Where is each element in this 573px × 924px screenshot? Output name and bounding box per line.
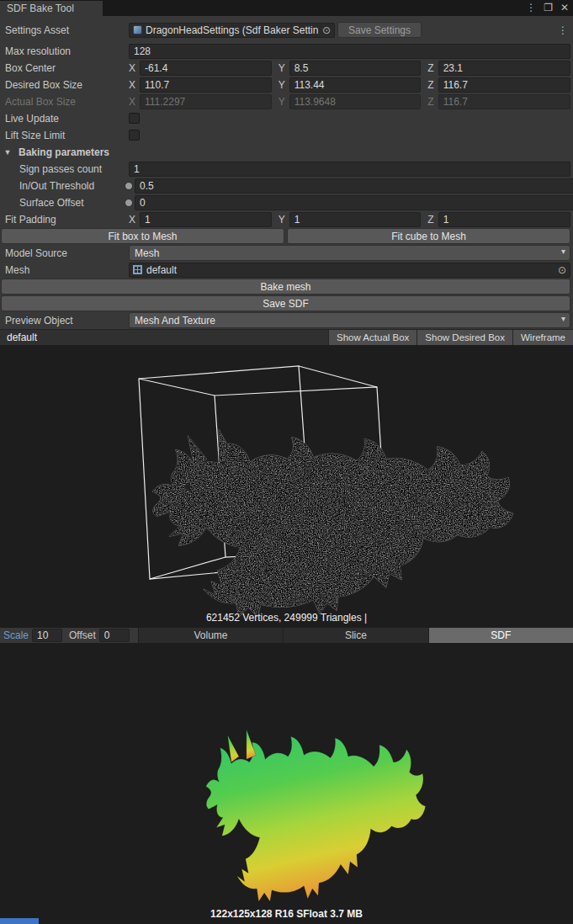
z-axis-label: Z <box>427 96 433 108</box>
y-axis-label: Y <box>279 62 285 74</box>
slider-thumb[interactable] <box>125 182 133 190</box>
wireframe-button[interactable]: Wireframe <box>512 330 573 345</box>
desired-box-size-y-input[interactable] <box>289 77 422 93</box>
box-center-z-input[interactable] <box>438 61 570 76</box>
max-resolution-label: Max resolution <box>1 45 129 57</box>
progress-strip <box>0 918 39 924</box>
actual-box-size-x-field <box>140 94 272 109</box>
save-sdf-button[interactable]: Save SDF <box>1 295 570 311</box>
scale-input[interactable] <box>32 629 62 642</box>
close-icon[interactable]: ✕ <box>560 2 569 14</box>
box-center-row: Box Center X Y Z <box>1 60 570 76</box>
sdf-controls-bar: Scale Offset Volume Slice SDF <box>0 628 573 643</box>
sign-passes-count-row: Sign passes count <box>1 161 570 177</box>
scale-label[interactable]: Scale <box>0 629 32 641</box>
slider-thumb[interactable] <box>125 199 133 207</box>
z-axis-label: Z <box>427 214 433 226</box>
mesh-icon <box>133 265 142 274</box>
offset-label[interactable]: Offset <box>62 629 99 641</box>
preview-object-dropdown[interactable]: Mesh And Texture ▾ <box>129 312 570 328</box>
live-update-row: Live Update <box>1 110 570 126</box>
lift-size-limit-checkbox[interactable] <box>129 130 140 141</box>
y-axis-label: Y <box>279 79 285 91</box>
sdf-preview-viewport[interactable]: 122x125x128 R16 SFloat 3.7 MB <box>0 643 573 924</box>
x-axis-label: X <box>129 96 135 108</box>
in-out-threshold-row: In/Out Threshold <box>1 178 570 194</box>
mesh-stats-text: 621452 Vertices, 249999 Triangles | <box>0 612 573 624</box>
show-actual-box-button[interactable]: Show Actual Box <box>328 330 416 345</box>
mesh-object-field[interactable]: default ⊙ <box>129 263 570 278</box>
mesh-preview-viewport[interactable]: 621452 Vertices, 249999 Triangles | <box>0 345 573 628</box>
sdf-stats-text: 122x125x128 R16 SFloat 3.7 MB <box>0 908 573 920</box>
desired-box-size-x-input[interactable] <box>140 77 272 93</box>
surface-offset-input[interactable] <box>135 195 573 210</box>
desired-box-size-row: Desired Box Size X Y Z <box>1 77 570 93</box>
tab-volume[interactable]: Volume <box>138 628 283 643</box>
mesh-value: default <box>146 264 554 276</box>
dragon-eye <box>185 484 190 489</box>
model-source-dropdown[interactable]: Mesh ▾ <box>129 245 570 261</box>
x-axis-label: X <box>129 62 135 74</box>
live-update-checkbox[interactable] <box>129 113 140 124</box>
settings-kebab-icon[interactable]: ⋮ <box>555 24 570 36</box>
fit-padding-label: Fit Padding <box>1 214 129 226</box>
preview-object-name: default <box>0 332 44 343</box>
preview-toolbar: default Show Actual Box Show Desired Box… <box>0 329 573 345</box>
inspector-panel: Settings Asset DragonHeadSettings (Sdf B… <box>0 16 573 329</box>
lift-size-limit-row: Lift Size Limit <box>1 127 570 143</box>
model-source-label: Model Source <box>1 247 129 259</box>
mesh-preview-canvas <box>0 345 573 628</box>
save-sdf-row: Save SDF <box>1 295 570 311</box>
lift-size-limit-label: Lift Size Limit <box>1 130 129 141</box>
surface-offset-row: Surface Offset <box>1 194 570 210</box>
fit-cube-to-mesh-button[interactable]: Fit cube to Mesh <box>287 228 570 244</box>
model-source-row: Model Source Mesh ▾ <box>1 245 570 261</box>
sign-passes-count-input[interactable] <box>129 162 570 177</box>
window-menu-icon[interactable]: ⋮ <box>526 2 536 14</box>
show-desired-box-button[interactable]: Show Desired Box <box>416 330 512 345</box>
box-center-x-input[interactable] <box>140 61 272 76</box>
actual-box-size-y-field <box>289 94 422 109</box>
maximize-icon[interactable]: ❐ <box>544 2 553 14</box>
bake-mesh-button[interactable]: Bake mesh <box>1 279 570 295</box>
z-axis-label: Z <box>427 62 433 74</box>
object-picker-icon[interactable]: ⊙ <box>322 24 331 36</box>
settings-asset-field[interactable]: DragonHeadSettings (Sdf Baker Settin ⊙ <box>129 23 335 38</box>
bake-mesh-row: Bake mesh <box>1 279 570 295</box>
settings-asset-row: Settings Asset DragonHeadSettings (Sdf B… <box>1 22 570 38</box>
baking-parameters-label: Baking parameters <box>14 146 129 158</box>
sdf-preview-canvas <box>0 643 573 924</box>
y-axis-label: Y <box>279 96 285 108</box>
desired-box-size-label: Desired Box Size <box>1 79 129 91</box>
object-picker-icon[interactable]: ⊙ <box>558 264 566 276</box>
sdf-bake-tool-window: SDF Bake Tool ⋮ ❐ ✕ Settings Asset Drago… <box>0 0 573 924</box>
x-axis-label: X <box>129 214 135 226</box>
fit-box-to-mesh-button[interactable]: Fit box to Mesh <box>1 228 284 244</box>
model-source-value: Mesh <box>135 247 159 259</box>
in-out-threshold-input[interactable] <box>135 178 573 194</box>
max-resolution-input[interactable] <box>129 44 570 59</box>
box-center-label: Box Center <box>1 62 129 74</box>
tab-slice[interactable]: Slice <box>283 628 427 643</box>
settings-asset-value: DragonHeadSettings (Sdf Baker Settin <box>146 24 319 36</box>
save-settings-button[interactable]: Save Settings <box>337 22 422 38</box>
chevron-down-icon: ▾ <box>561 247 565 256</box>
actual-box-size-row: Actual Box Size X Y Z <box>1 93 570 109</box>
z-axis-label: Z <box>427 79 433 91</box>
live-update-label: Live Update <box>1 113 129 125</box>
tab-sdf[interactable]: SDF <box>428 628 573 643</box>
window-tab[interactable]: SDF Bake Tool <box>0 1 103 16</box>
desired-box-size-z-input[interactable] <box>438 77 570 93</box>
window-titlebar: SDF Bake Tool ⋮ ❐ ✕ <box>0 0 573 16</box>
fit-padding-y-input[interactable] <box>289 212 422 227</box>
chevron-down-icon: ▾ <box>561 314 565 323</box>
offset-input[interactable] <box>99 629 130 642</box>
fit-padding-z-input[interactable] <box>438 212 570 227</box>
dragon-sdf <box>206 730 426 901</box>
actual-box-size-label: Actual Box Size <box>1 96 129 108</box>
settings-asset-icon <box>133 25 142 35</box>
box-center-y-input[interactable] <box>289 61 422 76</box>
fit-padding-x-input[interactable] <box>140 212 272 227</box>
baking-parameters-foldout[interactable]: ▼ Baking parameters <box>1 144 570 160</box>
foldout-arrow-icon[interactable]: ▼ <box>1 148 14 157</box>
